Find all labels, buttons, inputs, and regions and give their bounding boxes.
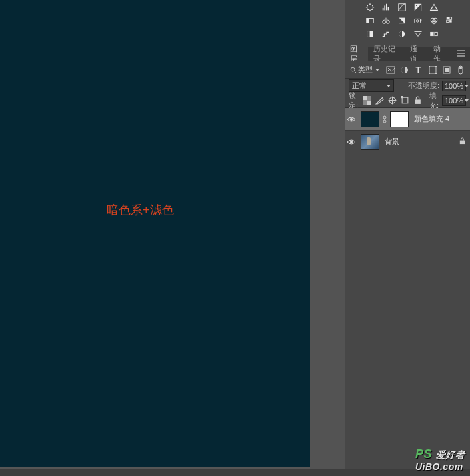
svg-point-40 bbox=[459, 67, 462, 69]
color-balance-icon[interactable] bbox=[381, 16, 391, 25]
visibility-toggle[interactable] bbox=[345, 139, 358, 145]
svg-rect-47 bbox=[415, 99, 421, 104]
brightness-contrast-icon[interactable] bbox=[365, 3, 375, 12]
adjustment-row-1 bbox=[349, 3, 466, 12]
layer-row[interactable]: 背景 bbox=[345, 131, 470, 153]
lock-fill-row: 锁定: 填充: 100% bbox=[345, 93, 470, 108]
svg-rect-33 bbox=[429, 66, 430, 67]
filter-adjustment-icon[interactable] bbox=[399, 64, 410, 75]
fill-label: 填充: bbox=[429, 91, 439, 111]
adjustment-row-3 bbox=[349, 29, 466, 39]
right-panel: 图层 历史记录 通道 动作 类型 T bbox=[345, 0, 470, 469]
svg-rect-32 bbox=[429, 67, 436, 73]
svg-rect-26 bbox=[431, 32, 433, 35]
lock-transparency-icon[interactable] bbox=[363, 96, 372, 105]
svg-rect-36 bbox=[435, 73, 437, 74]
panel-gap bbox=[310, 0, 345, 469]
svg-rect-14 bbox=[420, 19, 421, 21]
svg-point-51 bbox=[350, 141, 353, 143]
svg-rect-20 bbox=[447, 20, 449, 23]
layer-mask-thumbnail[interactable] bbox=[390, 111, 409, 127]
layer-name[interactable]: 颜色填充 4 bbox=[414, 114, 449, 124]
svg-rect-8 bbox=[367, 19, 369, 23]
blend-opacity-row: 正常 不透明度: 100% bbox=[345, 79, 470, 93]
canvas-fill-layer bbox=[0, 0, 310, 469]
selective-color-icon[interactable] bbox=[413, 29, 423, 39]
svg-point-13 bbox=[416, 20, 419, 23]
filter-type-buttons: T bbox=[385, 64, 466, 75]
svg-rect-3 bbox=[386, 4, 387, 11]
svg-point-10 bbox=[386, 20, 389, 23]
svg-rect-43 bbox=[367, 96, 372, 101]
lock-buttons bbox=[363, 96, 423, 105]
gradient-map-icon[interactable] bbox=[429, 29, 439, 39]
chevron-down-icon bbox=[465, 85, 469, 87]
svg-rect-21 bbox=[449, 20, 452, 23]
canvas-border bbox=[0, 467, 310, 469]
svg-rect-23 bbox=[367, 31, 370, 37]
canvas-annotation: 暗色系+滤色 bbox=[107, 202, 174, 218]
svg-rect-52 bbox=[460, 141, 465, 145]
lock-artboard-icon[interactable] bbox=[401, 96, 410, 105]
chevron-down-icon bbox=[387, 85, 391, 87]
filter-toggle-icon[interactable] bbox=[455, 64, 466, 75]
lock-label: 锁定: bbox=[349, 91, 358, 111]
lock-position-icon[interactable] bbox=[388, 96, 397, 105]
svg-rect-46 bbox=[401, 96, 403, 98]
adjustment-row-2 bbox=[349, 16, 466, 25]
layer-thumbnail[interactable] bbox=[361, 111, 379, 127]
opacity-label: 不透明度: bbox=[408, 81, 439, 91]
levels-icon[interactable] bbox=[381, 3, 391, 12]
blend-mode-value: 正常 bbox=[352, 81, 367, 91]
lock-all-icon[interactable] bbox=[413, 96, 423, 105]
svg-rect-41 bbox=[363, 96, 367, 101]
svg-rect-45 bbox=[403, 97, 409, 103]
bw-icon[interactable] bbox=[397, 16, 407, 25]
layer-filter-row: 类型 T bbox=[345, 61, 470, 79]
panel-tabs: 图层 历史记录 通道 动作 bbox=[345, 47, 470, 61]
mask-link-icon[interactable] bbox=[382, 115, 387, 123]
svg-point-9 bbox=[383, 20, 386, 23]
svg-rect-2 bbox=[384, 5, 385, 10]
svg-point-28 bbox=[351, 67, 355, 71]
channel-mixer-icon[interactable] bbox=[429, 16, 439, 25]
lock-pixels-icon[interactable] bbox=[375, 96, 385, 105]
curves-icon[interactable] bbox=[397, 3, 407, 12]
layer-name[interactable]: 背景 bbox=[385, 137, 399, 147]
fill-input[interactable]: 100% bbox=[442, 95, 466, 106]
filter-type-icon[interactable]: T bbox=[413, 64, 424, 75]
svg-rect-1 bbox=[383, 8, 384, 11]
layer-kind-label: 类型 bbox=[358, 65, 373, 75]
layer-thumbnail[interactable] bbox=[361, 134, 379, 150]
filter-shape-icon[interactable] bbox=[427, 64, 438, 75]
filter-smart-icon[interactable] bbox=[441, 64, 452, 75]
svg-rect-35 bbox=[429, 73, 430, 74]
photo-filter-icon[interactable] bbox=[413, 16, 423, 25]
invert-icon[interactable] bbox=[365, 29, 375, 39]
lock-indicator-icon bbox=[459, 137, 466, 146]
canvas-area[interactable]: 暗色系+滤色 bbox=[0, 0, 310, 469]
threshold-icon[interactable] bbox=[397, 29, 407, 39]
hue-sat-icon[interactable] bbox=[365, 16, 375, 25]
adjustment-presets bbox=[345, 0, 470, 47]
svg-point-50 bbox=[383, 120, 386, 123]
exposure-icon[interactable] bbox=[413, 3, 423, 12]
svg-rect-34 bbox=[435, 66, 437, 67]
vibrance-icon[interactable] bbox=[429, 3, 439, 12]
svg-rect-44 bbox=[363, 101, 367, 105]
svg-rect-5 bbox=[399, 4, 406, 11]
panel-menu-icon[interactable] bbox=[451, 50, 470, 58]
layer-kind-filter[interactable]: 类型 bbox=[349, 64, 381, 75]
svg-rect-4 bbox=[388, 7, 389, 10]
layer-row[interactable]: 颜色填充 4 bbox=[345, 108, 470, 131]
color-lookup-icon[interactable] bbox=[445, 16, 455, 25]
svg-rect-18 bbox=[447, 17, 449, 20]
visibility-toggle[interactable] bbox=[345, 116, 358, 123]
opacity-value: 100% bbox=[445, 82, 463, 90]
svg-rect-27 bbox=[433, 32, 435, 35]
chevron-down-icon bbox=[465, 99, 469, 102]
posterize-icon[interactable] bbox=[381, 29, 391, 39]
opacity-input[interactable]: 100% bbox=[442, 81, 466, 91]
svg-point-48 bbox=[350, 118, 353, 121]
filter-pixel-icon[interactable] bbox=[385, 64, 396, 75]
